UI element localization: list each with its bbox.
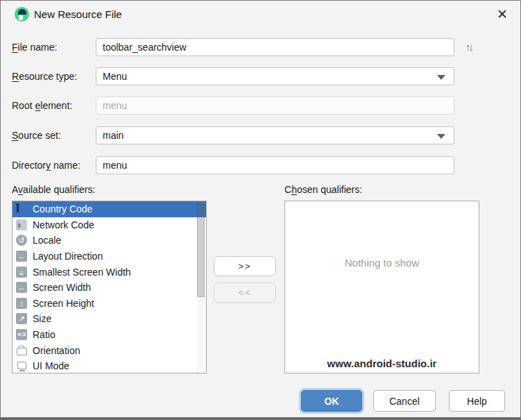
empty-state-text: Nothing to show bbox=[285, 257, 479, 269]
qualifier-item-screen-height[interactable]: ↕Screen Height bbox=[12, 296, 206, 312]
remove-qualifier-button[interactable]: << bbox=[214, 283, 276, 303]
dialog-title: New Resource File bbox=[34, 8, 122, 20]
source-set-label: Source set: bbox=[12, 130, 61, 141]
ratio-icon: 4:3 bbox=[16, 329, 27, 340]
add-qualifier-button[interactable]: >> bbox=[214, 256, 276, 276]
qualifier-item-label: Ratio bbox=[33, 329, 55, 340]
qualifier-item-label: Smallest Screen Width bbox=[33, 267, 131, 278]
qualifier-item-locale[interactable]: ↺Locale bbox=[12, 233, 206, 249]
smallest-screen-width-icon bbox=[16, 267, 27, 278]
chosen-qualifiers-label: Chosen qualifiers: bbox=[284, 184, 362, 195]
qualifier-item-label: Size bbox=[33, 313, 51, 324]
ui-mode-icon bbox=[16, 360, 27, 371]
qualifier-item-country-code[interactable]: Country Code bbox=[12, 201, 206, 217]
chosen-qualifiers-panel[interactable]: Nothing to show www.android-studio.ir bbox=[284, 201, 479, 373]
qualifier-item-screen-width[interactable]: ↔Screen Width bbox=[12, 280, 206, 296]
qualifier-item-label: Orientation bbox=[33, 345, 80, 356]
directory-name-label: Directory name: bbox=[12, 160, 80, 171]
screen-width-icon: ↔ bbox=[16, 282, 27, 293]
qualifier-item-label: UI Mode bbox=[33, 360, 69, 371]
root-element-label: Root element: bbox=[12, 100, 72, 111]
network-code-icon bbox=[16, 219, 27, 230]
qualifier-item-size[interactable]: ↗Size bbox=[12, 311, 206, 327]
available-qualifiers-list[interactable]: Country CodeNetwork Code↺Locale←Layout D… bbox=[12, 201, 207, 373]
resource-type-label: Resource type: bbox=[12, 71, 77, 82]
qualifier-item-ratio[interactable]: 4:3Ratio bbox=[12, 327, 206, 343]
qualifier-item-layout-direction[interactable]: ←Layout Direction bbox=[12, 249, 206, 264]
qualifier-item-label: Layout Direction bbox=[33, 251, 103, 262]
country-code-icon bbox=[16, 203, 27, 215]
qualifier-item-label: Screen Width bbox=[33, 282, 91, 293]
qualifier-item-smallest-screen-width[interactable]: Smallest Screen Width bbox=[12, 264, 206, 280]
qualifier-item-label: Country Code bbox=[33, 203, 92, 215]
source-set-dropdown[interactable]: main bbox=[96, 126, 454, 144]
help-button[interactable]: Help bbox=[449, 390, 505, 412]
scrollbar[interactable] bbox=[196, 202, 205, 373]
scrollbar-thumb[interactable] bbox=[197, 204, 205, 297]
available-qualifiers-label: Available qualifiers: bbox=[12, 184, 95, 195]
qualifier-item-label: Screen Height bbox=[33, 298, 94, 309]
qualifier-rows: Country CodeNetwork Code↺Locale←Layout D… bbox=[12, 201, 206, 373]
ok-button[interactable]: OK bbox=[301, 390, 362, 412]
resource-type-value: Menu bbox=[103, 71, 127, 82]
chevron-down-icon bbox=[437, 75, 445, 80]
watermark-text: www.android-studio.ir bbox=[285, 358, 479, 369]
directory-name-input[interactable] bbox=[96, 156, 454, 174]
title-bar: New Resource File ✕ bbox=[1, 1, 520, 28]
close-icon[interactable]: ✕ bbox=[493, 6, 511, 24]
file-name-label: File name: bbox=[12, 42, 57, 53]
source-set-value: main bbox=[103, 130, 123, 141]
qualifier-item-ui-mode[interactable]: UI Mode bbox=[12, 358, 206, 373]
file-name-input[interactable] bbox=[96, 38, 454, 56]
orientation-icon bbox=[16, 345, 27, 356]
locale-icon: ↺ bbox=[16, 235, 27, 246]
screen-height-icon: ↕ bbox=[16, 298, 27, 309]
qualifier-item-orientation[interactable]: Orientation bbox=[12, 342, 206, 358]
size-icon: ↗ bbox=[16, 313, 27, 324]
history-updown-icon[interactable]: ↑↓ bbox=[466, 41, 472, 53]
qualifier-item-label: Network Code bbox=[33, 219, 94, 230]
root-element-input[interactable] bbox=[96, 96, 454, 115]
qualifier-item-label: Locale bbox=[33, 235, 61, 246]
resource-type-dropdown[interactable]: Menu bbox=[96, 67, 454, 85]
cancel-button[interactable]: Cancel bbox=[373, 390, 436, 412]
new-resource-file-dialog: New Resource File ✕ File name: ↑↓ Resour… bbox=[0, 0, 521, 420]
layout-direction-icon: ← bbox=[16, 251, 27, 262]
chevron-down-icon bbox=[437, 134, 445, 139]
android-studio-icon bbox=[15, 7, 29, 22]
qualifier-item-network-code[interactable]: Network Code bbox=[12, 217, 206, 233]
